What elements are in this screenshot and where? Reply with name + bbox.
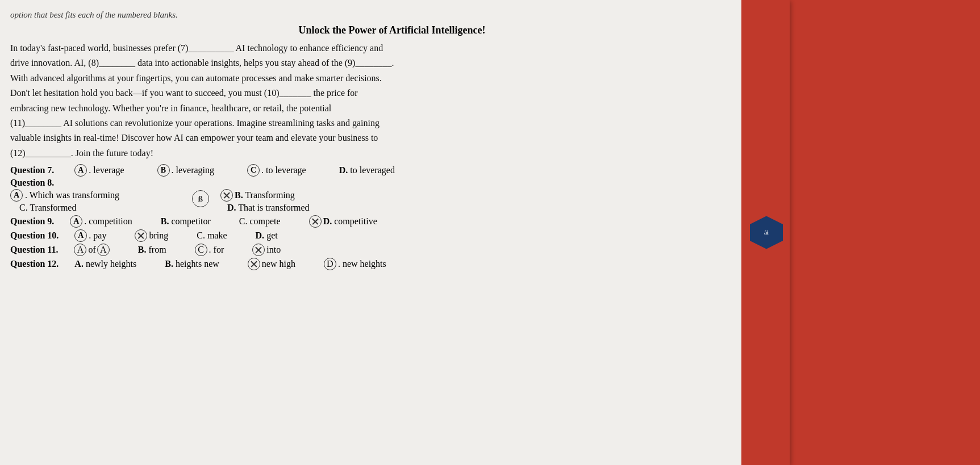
q8-standalone-b: ß: [192, 190, 209, 207]
q12-label: Question 12.: [10, 259, 59, 269]
q10-b-circle: [135, 229, 147, 242]
q9-d-circle: [309, 215, 322, 228]
q9-label: Question 9.: [10, 216, 54, 227]
q11-d-text: into: [266, 245, 281, 255]
q12-c-text: new high: [262, 259, 295, 269]
q11-label: Question 11.: [10, 245, 58, 255]
q11-d-circle: [252, 244, 265, 256]
q7-d-text: D. to leveraged: [339, 165, 395, 175]
q9-c-text: C. compete: [239, 216, 281, 227]
q8-option-a[interactable]: A . Which was transforming: [10, 189, 169, 202]
q10-option-a[interactable]: A . pay: [74, 229, 106, 242]
q11-c-text: . for: [209, 245, 224, 255]
q11-option-b[interactable]: B. from: [138, 245, 166, 255]
question-9-row: Question 9. A . competition B. competito…: [10, 215, 774, 228]
q9-option-c[interactable]: C. compete: [239, 216, 281, 227]
q10-option-d[interactable]: D. get: [256, 231, 278, 241]
question-10-row: Question 10. A . pay bring C. make D. ge…: [10, 229, 774, 242]
q11-option-c[interactable]: C . for: [195, 244, 224, 256]
q10-b-text: bring: [149, 231, 168, 241]
question-11-row: Question 11. A of A B. from C . for into: [10, 244, 774, 256]
q11-option-a[interactable]: A of A: [74, 244, 109, 256]
q7-c-text: . to leverage: [261, 165, 306, 175]
q7-b-circle: B: [157, 164, 170, 177]
q7-option-d[interactable]: D. to leveraged: [339, 165, 395, 175]
q9-a-text: . competition: [84, 216, 132, 227]
passage-line-4: Don't let hesitation hold you back—if yo…: [10, 88, 358, 98]
q12-c-circle: [248, 258, 260, 270]
q8-standalone-b-circle: ß: [192, 190, 209, 207]
q10-a-text: . pay: [89, 231, 106, 241]
q10-c-text: C. make: [197, 231, 227, 241]
q12-b-text: B. heights new: [165, 259, 219, 269]
q12-option-a[interactable]: A. newly heights: [74, 259, 136, 269]
q10-option-b[interactable]: bring: [135, 229, 168, 242]
q10-label: Question 10.: [10, 231, 59, 241]
q12-option-d[interactable]: D . new heights: [324, 258, 386, 270]
q7-option-b[interactable]: B . leveraging: [157, 164, 215, 177]
q7-a-circle: A: [74, 164, 87, 177]
q12-d-text: . new heights: [338, 259, 386, 269]
badge-text: ái: [764, 229, 769, 236]
q7-b-text: . leveraging: [172, 165, 215, 175]
q8-label: Question 8.: [10, 178, 774, 188]
q10-option-c[interactable]: C. make: [197, 231, 227, 241]
q9-option-d[interactable]: D. competitive: [309, 215, 377, 228]
q11-a-text: of: [88, 245, 95, 255]
q9-option-b[interactable]: B. competitor: [161, 216, 211, 227]
q9-a-circle: A: [70, 215, 82, 228]
q12-a-text: A. newly heights: [74, 259, 136, 269]
q8-option-d[interactable]: D. That is transformed: [220, 203, 310, 213]
passage-line-1: In today's fast-paced world, businesses …: [10, 43, 383, 53]
q11-option-d[interactable]: into: [252, 244, 281, 256]
question-8-block: Question 8. A . Which was transforming C…: [10, 178, 774, 213]
page-title: Unlock the Power of Artificial Intellige…: [10, 24, 774, 36]
q9-b-text: B. competitor: [161, 216, 211, 227]
q9-option-a[interactable]: A . competition: [70, 215, 132, 228]
q8-a-circle: A: [10, 189, 23, 202]
q12-option-c[interactable]: new high: [248, 258, 295, 270]
q11-c-circle: C: [195, 244, 207, 256]
passage-line-7: valuable insights in real-time! Discover…: [10, 133, 378, 143]
passage-line-8: (12)__________. Join the future today!: [10, 148, 153, 158]
red-side-panel: ái: [741, 0, 790, 465]
question-12-row: Question 12. A. newly heights B. heights…: [10, 258, 774, 270]
passage-line-6: (11)________ AI solutions can revolution…: [10, 118, 380, 128]
q11-a-outer-circle: A: [74, 244, 86, 256]
q8-a-text: . Which was transforming: [25, 190, 119, 200]
q8-option-c[interactable]: C. Transformed: [10, 203, 169, 213]
q8-d-text: D. That is transformed: [223, 203, 310, 213]
q8-option-b[interactable]: B. Transforming: [220, 189, 310, 202]
q11-b-text: B. from: [138, 245, 166, 255]
q8-c-text: C. Transformed: [12, 203, 76, 213]
q7-label: Question 7.: [10, 165, 54, 175]
top-text: option that best fits each of the number…: [10, 10, 774, 20]
q10-a-circle: A: [74, 229, 87, 242]
q7-c-circle: C: [247, 164, 260, 177]
passage-line-3: With advanced algorithms at your fingert…: [10, 73, 382, 83]
q8-b-circle-crossed: [220, 189, 233, 202]
passage-line-5: embracing new technology. Whether you're…: [10, 103, 331, 113]
q11-a-inner-circle: A: [97, 244, 110, 256]
page: option that best fits each of the number…: [0, 0, 790, 465]
passage: In today's fast-paced world, businesses …: [10, 41, 774, 161]
q7-option-c[interactable]: C . to leverage: [247, 164, 306, 177]
q7-a-text: . leverage: [89, 165, 124, 175]
q10-d-text: D. get: [256, 231, 278, 241]
q7-option-a[interactable]: A . leverage: [74, 164, 124, 177]
q9-d-text: D. competitive: [323, 216, 377, 227]
q12-option-b[interactable]: B. heights new: [165, 259, 219, 269]
question-7-row: Question 7. A . leverage B . leveraging …: [10, 164, 774, 177]
q12-d-circle: D: [324, 258, 336, 270]
blue-hex-badge: ái: [750, 216, 783, 249]
q8-b-text: B. Transforming: [235, 190, 295, 200]
passage-line-2: drive innovation. AI, (8)________ data i…: [10, 58, 394, 68]
